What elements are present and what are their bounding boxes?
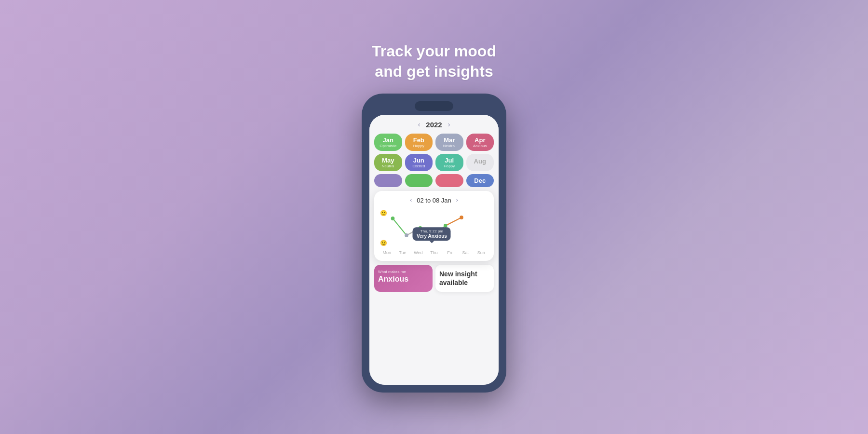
day-mon: Mon (379, 250, 395, 255)
week-prev-button[interactable]: ‹ (410, 197, 412, 203)
day-sun: Sun (473, 250, 489, 255)
day-sat: Sat (458, 250, 474, 255)
month-apr[interactable]: Apr Anxious (466, 134, 494, 151)
month-jun[interactable]: Jun Excited (405, 154, 433, 171)
year-next-button[interactable]: › (448, 121, 450, 128)
month-nov[interactable] (435, 174, 463, 187)
tooltip-time: Thu, 9:22 pm (417, 229, 447, 233)
bottom-cards: What makes me Anxious New insight availa… (374, 265, 494, 292)
app-content: ‹ 2022 › Jan Optimistic Feb Happy (369, 115, 499, 385)
month-oct[interactable] (405, 174, 433, 187)
svg-line-0 (393, 218, 407, 235)
svg-point-5 (391, 217, 395, 220)
day-fri: Fri (442, 250, 458, 255)
phone-screen: ‹ 2022 › Jan Optimistic Feb Happy (369, 115, 499, 385)
month-may[interactable]: May Neutral (374, 154, 402, 171)
svg-point-6 (405, 233, 408, 237)
new-insight-title: New insight available (439, 270, 490, 287)
happy-icon: 🙂 (380, 210, 387, 217)
month-aug[interactable]: Aug (466, 154, 494, 171)
year-prev-button[interactable]: ‹ (418, 121, 420, 128)
year-label: 2022 (426, 121, 442, 129)
day-tue: Tue (395, 250, 411, 255)
week-nav: ‹ 02 to 08 Jan › (379, 197, 489, 204)
month-sep[interactable] (374, 174, 402, 187)
month-dec[interactable]: Dec (466, 174, 494, 187)
sad-icon: 😟 (380, 240, 387, 246)
month-feb[interactable]: Feb Happy (405, 134, 433, 151)
svg-point-10 (460, 216, 463, 219)
week-label: 02 to 08 Jan (417, 197, 451, 204)
mood-tooltip: Thu, 9:22 pm Very Anxious (413, 227, 451, 241)
day-thu: Thu (426, 250, 442, 255)
insight-subtitle: What makes me (378, 270, 429, 274)
anxious-insight-card[interactable]: What makes me Anxious (374, 265, 433, 292)
headline-line1: Track your mood (372, 42, 496, 60)
month-mar[interactable]: Mar Neutral (435, 134, 463, 151)
headline: Track your mood and get insights (372, 41, 496, 81)
week-chart-card: ‹ 02 to 08 Jan › 🙂 😟 (374, 191, 494, 261)
headline-line2: and get insights (375, 63, 493, 80)
month-jul[interactable]: Jul Happy (435, 154, 463, 171)
new-insight-card[interactable]: New insight available (435, 265, 494, 292)
month-grid: Jan Optimistic Feb Happy Mar Neutral Apr… (374, 134, 494, 187)
phone-notch-area (369, 101, 499, 111)
day-wed: Wed (410, 250, 426, 255)
center-column: Track your mood and get insights ‹ 2022 … (352, 41, 516, 392)
mood-chart: 🙂 😟 (379, 209, 489, 247)
insight-title: Anxious (378, 275, 429, 284)
phone-frame: ‹ 2022 › Jan Optimistic Feb Happy (362, 94, 506, 393)
year-nav: ‹ 2022 › (374, 121, 494, 129)
day-labels: Mon Tue Wed Thu Fri Sat Sun (379, 250, 489, 255)
month-jan[interactable]: Jan Optimistic (374, 134, 402, 151)
svg-line-4 (446, 217, 461, 226)
phone-notch (415, 101, 453, 111)
week-next-button[interactable]: › (456, 197, 458, 203)
tooltip-mood: Very Anxious (417, 233, 447, 239)
